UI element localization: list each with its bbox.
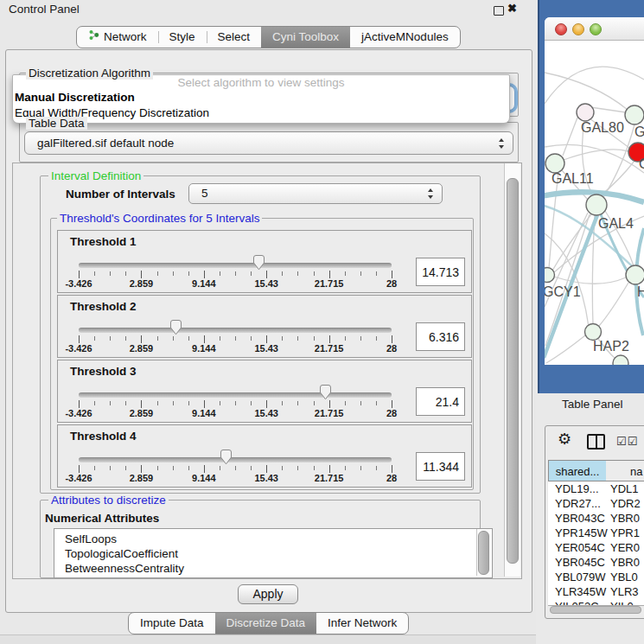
gal11-node[interactable] bbox=[545, 154, 564, 173]
table-row[interactable]: YDR27...YDR2 bbox=[548, 496, 644, 511]
tick-mark bbox=[220, 336, 220, 341]
column-header-name[interactable]: na bbox=[606, 460, 644, 481]
threshold-value-field[interactable]: 21.4 bbox=[416, 387, 465, 416]
gal80-node[interactable] bbox=[577, 104, 594, 121]
slider-track[interactable] bbox=[79, 392, 392, 398]
tick-mark bbox=[360, 271, 361, 276]
slider-thumb[interactable] bbox=[252, 254, 265, 271]
footer-strip bbox=[0, 634, 536, 644]
table-row[interactable]: YBL079WYBL0 bbox=[548, 570, 644, 584]
top-right-node[interactable] bbox=[625, 105, 644, 124]
tick-mark bbox=[314, 466, 315, 470]
vertical-scrollbar-thumb[interactable] bbox=[507, 178, 519, 564]
threshold-value-field[interactable]: 6.316 bbox=[416, 322, 465, 351]
slider-track[interactable] bbox=[79, 328, 392, 333]
h-node[interactable] bbox=[626, 265, 644, 284]
attribute-item-topologicalcoefficient[interactable]: TopologicalCoefficient bbox=[54, 546, 492, 561]
tick-mark bbox=[79, 335, 80, 343]
tick-mark bbox=[94, 336, 95, 341]
threshold-value-field[interactable]: 11.344 bbox=[416, 452, 465, 481]
horizontal-scrollbar-thumb[interactable] bbox=[550, 606, 641, 614]
table-data-select[interactable]: galFiltered.sif default node bbox=[24, 131, 513, 155]
tick-label: 15.43 bbox=[254, 343, 278, 354]
slider-thumb[interactable] bbox=[220, 449, 233, 465]
tick-mark bbox=[173, 466, 174, 470]
tick-mark bbox=[141, 400, 142, 408]
tab-impute-data[interactable]: Impute Data bbox=[129, 613, 215, 634]
float-window-icon[interactable] bbox=[494, 6, 504, 16]
tab-cyni-toolbox[interactable]: Cyni Toolbox bbox=[261, 27, 350, 48]
slider-track[interactable] bbox=[79, 263, 392, 268]
close-traffic-light-icon[interactable] bbox=[555, 23, 567, 35]
tick-mark bbox=[282, 336, 283, 341]
gear-icon[interactable]: ⚙ bbox=[558, 431, 571, 447]
apply-button[interactable]: Apply bbox=[238, 584, 298, 604]
tab-select[interactable]: Select bbox=[207, 27, 262, 48]
slider-thumb[interactable] bbox=[319, 384, 332, 400]
tick-mark bbox=[251, 401, 252, 405]
threshold-value-field[interactable]: 14.713 bbox=[416, 258, 465, 286]
cell-shared-name: YER054C bbox=[548, 540, 607, 555]
slider-thumb[interactable] bbox=[169, 319, 182, 335]
algorithm-option-manual-discretization[interactable]: Manual Discretization bbox=[13, 90, 509, 105]
control-panel-tabs: NetworkStyleSelectCyni ToolboxjActiveMNo… bbox=[76, 26, 461, 48]
attribute-item-selfloops[interactable]: SelfLoops bbox=[54, 532, 492, 546]
table-row[interactable]: YLR345WYLR3 bbox=[548, 584, 644, 599]
attribute-item-betweennesscentrality[interactable]: BetweennessCentrality bbox=[54, 561, 492, 576]
cell-name: YBL0 bbox=[607, 570, 638, 584]
tab-infer-network[interactable]: Infer Network bbox=[316, 613, 408, 634]
tab-label: Style bbox=[169, 27, 195, 48]
tick-mark bbox=[266, 400, 267, 408]
attributes-list-scrollbar-thumb[interactable] bbox=[478, 531, 489, 575]
table-row[interactable]: YBR043CYBR0 bbox=[548, 511, 644, 526]
tab-style[interactable]: Style bbox=[158, 27, 207, 48]
tick-mark bbox=[110, 466, 111, 470]
tick-mark bbox=[360, 466, 361, 470]
numerical-attributes-list[interactable]: SelfLoopsTopologicalCoefficientBetweenne… bbox=[54, 528, 493, 578]
minimize-traffic-light-icon[interactable] bbox=[572, 23, 584, 35]
gal4-node[interactable] bbox=[586, 194, 607, 215]
column-header-shared-name[interactable]: shared... bbox=[548, 460, 607, 481]
tick-label: 2.859 bbox=[130, 343, 154, 354]
column-layout-icon[interactable] bbox=[587, 434, 605, 450]
cell-name: YBR0 bbox=[607, 511, 640, 526]
table-row[interactable]: YPR145WYPR1 bbox=[548, 526, 644, 540]
tab-jactivemnodules[interactable]: jActiveMNodules bbox=[350, 27, 460, 48]
tick-label: 21.715 bbox=[315, 278, 344, 289]
zoom-traffic-light-icon[interactable] bbox=[590, 23, 602, 35]
slider-ticks bbox=[79, 465, 392, 474]
slider-ticks bbox=[79, 271, 392, 279]
tab-network[interactable]: Network bbox=[77, 27, 158, 48]
hap2-node[interactable] bbox=[585, 324, 602, 341]
tick-label: 2.859 bbox=[130, 408, 154, 418]
tick-mark bbox=[314, 401, 315, 405]
table-row[interactable]: YER054CYER0 bbox=[548, 540, 644, 555]
algorithm-option-equal-width-frequency-discretization[interactable]: Equal Width/Frequency Discretization bbox=[13, 105, 509, 121]
tick-label: 9.144 bbox=[192, 408, 216, 418]
table-panel-title: Table Panel bbox=[562, 398, 623, 411]
network-canvas[interactable]: GAL80GACGAL11GAL4GCY1HHAP2 bbox=[545, 40, 644, 365]
cell-shared-name: YDL19... bbox=[548, 481, 607, 496]
algorithm-group-label: Discretization Algorithm bbox=[26, 67, 153, 80]
tick-mark bbox=[251, 271, 252, 276]
tick-mark bbox=[94, 466, 95, 470]
table-row[interactable]: YBR045CYBR0 bbox=[548, 555, 644, 570]
tick-mark bbox=[297, 336, 298, 341]
tick-mark bbox=[251, 336, 252, 341]
tick-mark bbox=[266, 465, 267, 473]
bottom-node[interactable] bbox=[613, 355, 628, 365]
cell-name: YPR1 bbox=[607, 526, 640, 540]
node-table-body[interactable]: YDL19...YDL1YDR27...YDR2YBR043CYBR0YPR14… bbox=[548, 481, 644, 605]
cell-name: YLR3 bbox=[607, 584, 639, 599]
close-icon[interactable]: ✖ bbox=[507, 2, 517, 15]
tab-discretize-data[interactable]: Discretize Data bbox=[215, 613, 317, 634]
tick-label: 28 bbox=[386, 343, 397, 354]
tick-mark bbox=[235, 466, 236, 470]
slider-track[interactable] bbox=[79, 457, 392, 462]
table-row[interactable]: YDL19...YDL1 bbox=[548, 481, 644, 496]
cell-shared-name: YPR145W bbox=[548, 526, 607, 540]
gcy1-node[interactable] bbox=[545, 268, 555, 283]
number-of-intervals-spinner[interactable]: 5 bbox=[188, 183, 443, 204]
table-row[interactable]: YIL052CYIL0 bbox=[548, 599, 644, 605]
checkbox-icons[interactable]: ☑☑ bbox=[616, 435, 638, 448]
